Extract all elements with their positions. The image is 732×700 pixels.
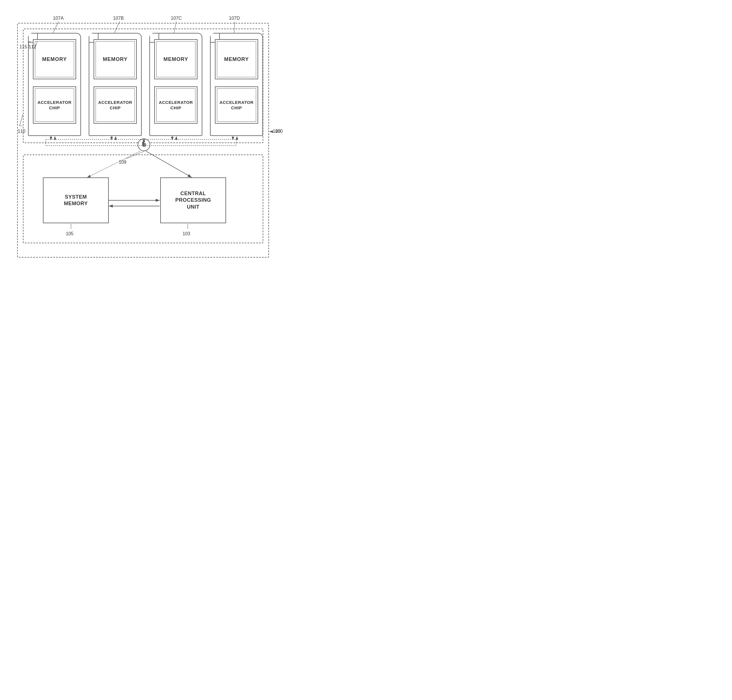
ref-109-label: 109 (119, 160, 126, 165)
memory-box-107B: MEMORY (94, 39, 137, 79)
ref-100-label: ← 100 (269, 129, 283, 134)
module-107D: MEMORY ACCELERATORCHIP (210, 33, 263, 136)
memory-box-107C: MEMORY (154, 39, 197, 79)
memory-label-107A: MEMORY (42, 56, 67, 62)
crossbar-switch: ⊗ (138, 138, 150, 151)
memory-label-107C: MEMORY (163, 56, 188, 62)
ref-103-label: 103 (182, 231, 190, 237)
memory-label-107D: MEMORY (224, 56, 249, 62)
accelerator-box-107D: ACCELERATORCHIP (215, 87, 258, 124)
ref-107D-label: 107D (229, 16, 240, 21)
crossbar-symbol: ⊗ (142, 142, 147, 148)
memory-label-107B: MEMORY (103, 56, 127, 62)
accelerator-box-107B: ACCELERATORCHIP (94, 87, 137, 124)
diagram-container: 100 MEMORY ACCELERATORCHIP MEMORY (0, 0, 286, 272)
module-107C: MEMORY ACCELERATORCHIP (149, 33, 202, 136)
cpu-box: CENTRALPROCESSINGUNIT (160, 178, 226, 223)
ref-107B-label: 107B (113, 16, 123, 21)
ref-115-label: 115 (19, 44, 27, 50)
cpu-label: CENTRALPROCESSINGUNIT (175, 190, 211, 210)
memory-box-107D: MEMORY (215, 39, 258, 79)
ref-112-label: 112 (29, 44, 36, 50)
system-memory-box: SYSTEMMEMORY (43, 178, 109, 223)
ref-107C-label: 107C (171, 16, 182, 21)
accelerator-box-107C: ACCELERATORCHIP (154, 87, 197, 124)
memory-box-107A: MEMORY (33, 39, 76, 79)
system-memory-label: SYSTEMMEMORY (64, 194, 88, 207)
module-107B: MEMORY ACCELERATORCHIP (89, 33, 142, 136)
accelerator-label-107C: ACCELERATORCHIP (159, 100, 193, 111)
accelerator-label-107A: ACCELERATORCHIP (37, 100, 72, 111)
accelerator-box-107A: ACCELERATORCHIP (33, 87, 76, 124)
ref-110-label: 110 (18, 129, 25, 134)
accelerator-label-107D: ACCELERATORCHIP (219, 100, 254, 111)
ref-105-label: 105 (66, 231, 73, 237)
accelerator-label-107B: ACCELERATORCHIP (98, 100, 132, 111)
ref-107A-label: 107A (53, 16, 63, 21)
